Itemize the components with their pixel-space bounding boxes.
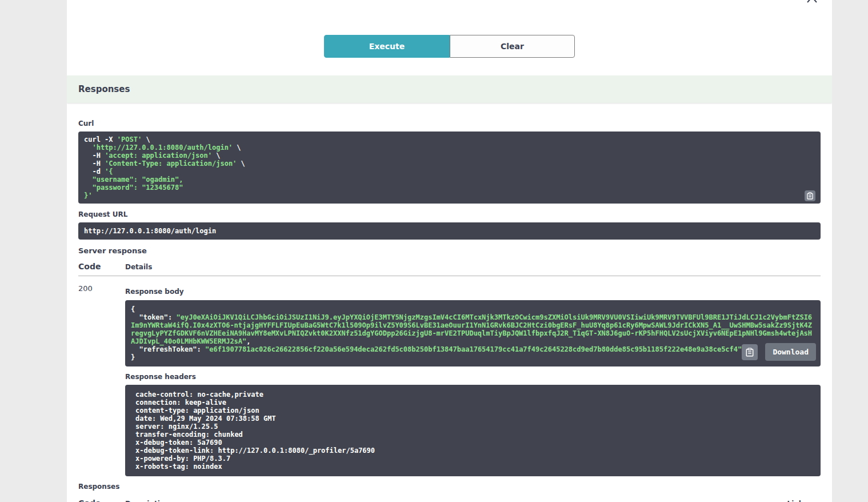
response-headers-label: Response headers	[125, 373, 821, 381]
links-column-header: Links	[752, 500, 821, 502]
server-response-title: Server response	[78, 246, 821, 255]
server-response-table-head: Code Details	[78, 262, 821, 271]
execute-button[interactable]: Execute	[324, 35, 450, 58]
responses-section-title: Responses	[78, 84, 130, 94]
download-button[interactable]: Download	[765, 343, 816, 361]
responses-section-header: Responses	[67, 75, 832, 103]
table-divider	[78, 276, 821, 276]
curl-command-block: curl -X 'POST' \ 'http://127.0.0.1:8080/…	[78, 132, 821, 204]
description-column-header: Description	[125, 500, 752, 502]
status-code: 200	[78, 284, 125, 476]
response-body-copy-button[interactable]	[742, 344, 758, 360]
curl-label: Curl	[78, 120, 821, 128]
collapse-chevron-icon[interactable]	[807, 0, 817, 3]
request-url-value: http://127.0.0.1:8080/auth/login	[84, 227, 815, 235]
response-body-block: { "token": "eyJ0eXAiOiJKV1QiLCJhbGciOiJS…	[125, 300, 821, 366]
response-headers-code: cache-control: no-cache,private connecti…	[135, 391, 815, 471]
documented-responses-title: Responses	[78, 483, 821, 491]
curl-command-code[interactable]: curl -X 'POST' \ 'http://127.0.0.1:8080/…	[84, 136, 815, 200]
clipboard-icon	[807, 192, 813, 200]
documented-responses-table-head: Code Description Links	[78, 499, 821, 502]
response-headers-block: cache-control: no-cache,private connecti…	[125, 385, 821, 476]
clipboard-icon	[746, 348, 754, 357]
response-body-code[interactable]: { "token": "eyJ0eXAiOiJKV1QiLCJhbGciOiJS…	[131, 305, 815, 361]
clear-button[interactable]: Clear	[450, 35, 575, 58]
operation-panel: Execute Clear Responses Curl curl -X 'PO…	[67, 0, 832, 502]
request-url-block: http://127.0.0.1:8080/auth/login	[78, 222, 821, 240]
try-out-controls: Execute Clear	[67, 0, 832, 58]
doc-code-column-header: Code	[78, 499, 125, 502]
server-response-row: 200 Response body { "token": "eyJ0eXAiOi…	[78, 284, 821, 476]
request-url-label: Request URL	[78, 211, 821, 218]
details-column-header: Details	[125, 263, 821, 271]
curl-copy-button[interactable]	[805, 190, 815, 201]
response-body-actions: Download	[742, 343, 816, 361]
response-body-label: Response body	[125, 288, 821, 296]
code-column-header: Code	[78, 262, 125, 271]
